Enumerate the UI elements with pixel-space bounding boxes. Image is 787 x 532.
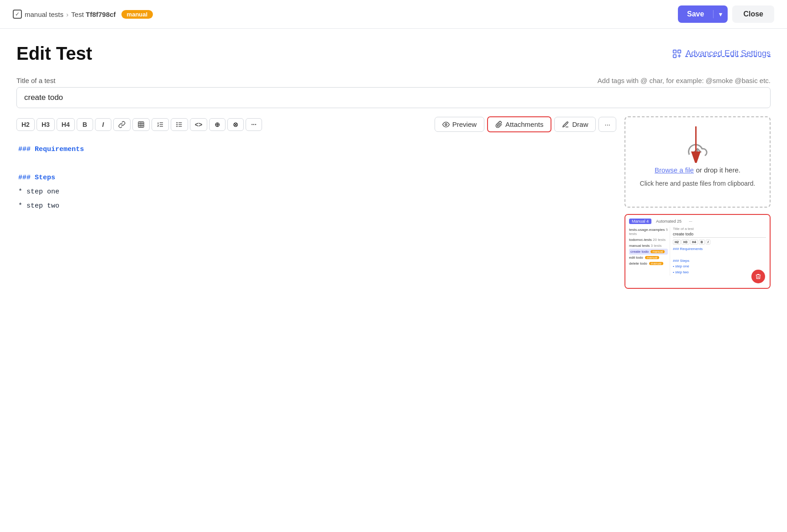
preview-sidebar-item-active: create todo manual (629, 249, 668, 255)
svg-point-14 (177, 122, 177, 123)
ordered-list-icon (157, 121, 164, 128)
badge-manual: manual (121, 10, 153, 19)
close-button[interactable]: Close (732, 5, 774, 23)
delete-attachment-button[interactable] (751, 270, 765, 283)
svg-rect-3 (138, 122, 144, 127)
toolbar-more-button[interactable]: ··· (598, 117, 616, 132)
toolbar-more-formatting[interactable]: ··· (246, 118, 262, 131)
toolbar-table[interactable] (132, 118, 150, 131)
nav-actions: Save ▾ Close (678, 5, 774, 23)
page-title: Edit Test (16, 43, 92, 64)
preview-toolbar: H2 H3 H4 B I (673, 240, 766, 245)
advanced-edit-settings-link[interactable]: Advanced Edit Settings (672, 49, 771, 59)
preview-tab-manual: Manual 4 (629, 219, 651, 224)
editor-line-step2: * step two (18, 200, 614, 212)
preview-label: Preview (452, 120, 477, 128)
settings-icon (672, 49, 682, 59)
eye-icon (442, 121, 450, 128)
drop-zone-text: Browse a file or drop it here. (655, 166, 740, 174)
drop-zone[interactable]: Browse a file or drop it here. Click her… (624, 116, 771, 208)
checkbox-icon: ✓ (13, 10, 22, 19)
save-button[interactable]: Save ▾ (678, 5, 728, 23)
unordered-list-icon (176, 121, 183, 128)
drop-arrow (687, 126, 704, 165)
editor-left: H2 H3 H4 B I <> ⊕ ⊗ (16, 116, 616, 266)
browse-link[interactable]: Browse a file (655, 166, 694, 174)
save-dropdown-arrow[interactable]: ▾ (714, 11, 728, 18)
preview-tb-h2: H2 (673, 240, 681, 245)
attachments-button[interactable]: Attachments (487, 116, 551, 132)
toolbar-h4[interactable]: H4 (57, 118, 75, 131)
draw-button[interactable]: Draw (554, 117, 596, 132)
paperclip-icon (495, 121, 503, 128)
toolbar-add-row[interactable]: ⊕ (209, 118, 226, 131)
preview-sidebar-item: delete todo manual (629, 261, 668, 266)
toolbar-right: Preview Attachments Draw ··· (435, 116, 616, 132)
editor-area: H2 H3 H4 B I <> ⊕ ⊗ (16, 116, 771, 289)
main-content: Edit Test Advanced Edit Settings Title o… (0, 29, 787, 300)
editor-line-step1: * step one (18, 186, 614, 198)
preview-tb-h3: H3 (682, 240, 689, 245)
svg-rect-0 (673, 50, 676, 52)
form-labels-row: Title of a test Add tags with @ char, fo… (16, 77, 771, 84)
svg-rect-1 (678, 50, 681, 52)
toolbar-link[interactable] (113, 118, 131, 131)
breadcrumb-test-id: Tf8f798cf (86, 10, 116, 18)
preview-tb-i: I (706, 240, 710, 245)
top-nav: ✓ manual tests › Test Tf8f798cf manual S… (0, 0, 787, 29)
preview-title-label: Title of a test (673, 227, 766, 231)
advanced-link-text: Advanced Edit Settings (686, 49, 771, 58)
attachment-preview: Manual 4 Automated 25 ··· tests-usage-ex… (624, 214, 771, 289)
preview-button[interactable]: Preview (435, 117, 484, 132)
toolbar-code[interactable]: <> (190, 118, 207, 131)
editor-line-requirements: ### Requirements (18, 143, 614, 156)
toolbar-bold[interactable]: B (77, 118, 93, 131)
breadcrumb: ✓ manual tests › Test Tf8f798cf manual (13, 10, 153, 19)
preview-tab-more: ··· (686, 219, 695, 224)
title-input[interactable] (16, 87, 771, 108)
toolbar-unordered-list[interactable] (171, 118, 188, 131)
header-row: Edit Test Advanced Edit Settings (16, 43, 771, 64)
preview-content: ### Requirements ### Steps • step one • … (673, 246, 766, 276)
svg-rect-2 (673, 54, 676, 57)
breadcrumb-separator: › (66, 10, 68, 18)
toolbar-ordered-list[interactable] (152, 118, 169, 131)
editor-line-empty1 (18, 157, 614, 170)
preview-inner: Manual 4 Automated 25 ··· tests-usage-ex… (625, 215, 770, 288)
save-label: Save (678, 10, 714, 18)
table-icon (137, 121, 145, 128)
attachments-label: Attachments (505, 120, 543, 128)
draw-icon (562, 121, 569, 128)
drop-here-text: or drop it here. (696, 166, 740, 174)
tags-hint: Add tags with @ char, for example: @smok… (598, 77, 771, 84)
paste-text[interactable]: Click here and paste files from clipboar… (640, 180, 756, 187)
svg-point-15 (177, 124, 177, 125)
editor-toolbar: H2 H3 H4 B I <> ⊕ ⊗ (16, 116, 616, 132)
arrow-down-icon (687, 126, 704, 163)
preview-tb-b: B (699, 240, 705, 245)
editor-content[interactable]: ### Requirements ### Steps * step one * … (16, 138, 616, 266)
draw-label: Draw (572, 120, 588, 128)
preview-sidebar-item: todomvc-tests 20 tests (629, 237, 668, 243)
preview-header: Manual 4 Automated 25 ··· (629, 219, 766, 224)
link-icon (118, 121, 126, 128)
breadcrumb-test-label: Test Tf8f798cf (71, 10, 116, 18)
breadcrumb-part1: manual tests (25, 10, 63, 18)
preview-title-val: create todo (673, 232, 766, 238)
toolbar-h2[interactable]: H2 (16, 118, 35, 131)
toolbar-h3[interactable]: H3 (37, 118, 55, 131)
toolbar-remove-row[interactable]: ⊗ (227, 118, 244, 131)
preview-sidebar: tests-usage-examples 5 tests todomvc-tes… (629, 227, 670, 276)
svg-point-16 (177, 126, 177, 126)
svg-point-17 (445, 124, 447, 125)
title-label: Title of a test (16, 77, 55, 84)
more-label: ··· (604, 120, 610, 128)
toolbar-italic[interactable]: I (95, 118, 111, 131)
attachments-panel: Browse a file or drop it here. Click her… (624, 116, 771, 289)
preview-tb-h4: H4 (690, 240, 698, 245)
preview-sidebar-item: tests-usage-examples 5 tests (629, 227, 668, 237)
preview-main: Title of a test create todo H2 H3 H4 B I (673, 227, 766, 276)
editor-line-steps: ### Steps (18, 172, 614, 184)
preview-tab-automated: Automated 25 (653, 219, 684, 224)
trash-icon (755, 273, 761, 280)
